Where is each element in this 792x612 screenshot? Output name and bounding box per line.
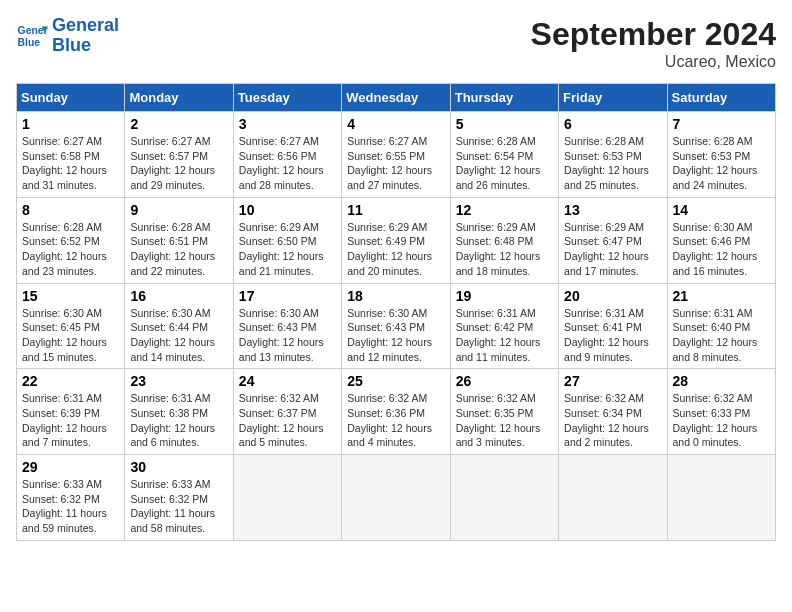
table-row: 25Sunrise: 6:32 AM Sunset: 6:36 PM Dayli… xyxy=(342,369,450,455)
day-info: Sunrise: 6:29 AM Sunset: 6:50 PM Dayligh… xyxy=(239,220,336,279)
table-row: 17Sunrise: 6:30 AM Sunset: 6:43 PM Dayli… xyxy=(233,283,341,369)
day-info: Sunrise: 6:29 AM Sunset: 6:49 PM Dayligh… xyxy=(347,220,444,279)
day-info: Sunrise: 6:27 AM Sunset: 6:57 PM Dayligh… xyxy=(130,134,227,193)
day-number: 20 xyxy=(564,288,661,304)
svg-text:Blue: Blue xyxy=(18,36,41,47)
col-tuesday: Tuesday xyxy=(233,84,341,112)
calendar-header-row: Sunday Monday Tuesday Wednesday Thursday… xyxy=(17,84,776,112)
table-row: 7Sunrise: 6:28 AM Sunset: 6:53 PM Daylig… xyxy=(667,112,775,198)
table-row: 2Sunrise: 6:27 AM Sunset: 6:57 PM Daylig… xyxy=(125,112,233,198)
table-row: 21Sunrise: 6:31 AM Sunset: 6:40 PM Dayli… xyxy=(667,283,775,369)
day-info: Sunrise: 6:30 AM Sunset: 6:43 PM Dayligh… xyxy=(347,306,444,365)
table-row: 19Sunrise: 6:31 AM Sunset: 6:42 PM Dayli… xyxy=(450,283,558,369)
day-info: Sunrise: 6:27 AM Sunset: 6:56 PM Dayligh… xyxy=(239,134,336,193)
day-number: 11 xyxy=(347,202,444,218)
day-info: Sunrise: 6:30 AM Sunset: 6:45 PM Dayligh… xyxy=(22,306,119,365)
day-info: Sunrise: 6:31 AM Sunset: 6:39 PM Dayligh… xyxy=(22,391,119,450)
day-number: 15 xyxy=(22,288,119,304)
table-row: 9Sunrise: 6:28 AM Sunset: 6:51 PM Daylig… xyxy=(125,197,233,283)
day-info: Sunrise: 6:31 AM Sunset: 6:41 PM Dayligh… xyxy=(564,306,661,365)
day-info: Sunrise: 6:33 AM Sunset: 6:32 PM Dayligh… xyxy=(130,477,227,536)
title-block: September 2024 Ucareo, Mexico xyxy=(531,16,776,71)
table-row: 4Sunrise: 6:27 AM Sunset: 6:55 PM Daylig… xyxy=(342,112,450,198)
table-row xyxy=(559,455,667,541)
table-row xyxy=(342,455,450,541)
day-info: Sunrise: 6:32 AM Sunset: 6:35 PM Dayligh… xyxy=(456,391,553,450)
day-number: 23 xyxy=(130,373,227,389)
table-row: 8Sunrise: 6:28 AM Sunset: 6:52 PM Daylig… xyxy=(17,197,125,283)
day-number: 2 xyxy=(130,116,227,132)
day-info: Sunrise: 6:28 AM Sunset: 6:53 PM Dayligh… xyxy=(564,134,661,193)
col-thursday: Thursday xyxy=(450,84,558,112)
day-number: 17 xyxy=(239,288,336,304)
table-row: 10Sunrise: 6:29 AM Sunset: 6:50 PM Dayli… xyxy=(233,197,341,283)
day-number: 27 xyxy=(564,373,661,389)
day-info: Sunrise: 6:30 AM Sunset: 6:46 PM Dayligh… xyxy=(673,220,770,279)
day-number: 22 xyxy=(22,373,119,389)
page-header: General Blue General Blue September 2024… xyxy=(16,16,776,71)
table-row: 22Sunrise: 6:31 AM Sunset: 6:39 PM Dayli… xyxy=(17,369,125,455)
day-info: Sunrise: 6:32 AM Sunset: 6:37 PM Dayligh… xyxy=(239,391,336,450)
col-sunday: Sunday xyxy=(17,84,125,112)
day-number: 8 xyxy=(22,202,119,218)
logo-text-line1: General xyxy=(52,16,119,36)
table-row: 1Sunrise: 6:27 AM Sunset: 6:58 PM Daylig… xyxy=(17,112,125,198)
col-friday: Friday xyxy=(559,84,667,112)
day-info: Sunrise: 6:32 AM Sunset: 6:33 PM Dayligh… xyxy=(673,391,770,450)
day-info: Sunrise: 6:32 AM Sunset: 6:36 PM Dayligh… xyxy=(347,391,444,450)
day-info: Sunrise: 6:30 AM Sunset: 6:43 PM Dayligh… xyxy=(239,306,336,365)
day-info: Sunrise: 6:28 AM Sunset: 6:54 PM Dayligh… xyxy=(456,134,553,193)
day-number: 24 xyxy=(239,373,336,389)
table-row xyxy=(667,455,775,541)
table-row: 11Sunrise: 6:29 AM Sunset: 6:49 PM Dayli… xyxy=(342,197,450,283)
calendar-week-row: 22Sunrise: 6:31 AM Sunset: 6:39 PM Dayli… xyxy=(17,369,776,455)
calendar-header: Sunday Monday Tuesday Wednesday Thursday… xyxy=(17,84,776,112)
calendar-body: 1Sunrise: 6:27 AM Sunset: 6:58 PM Daylig… xyxy=(17,112,776,541)
day-info: Sunrise: 6:33 AM Sunset: 6:32 PM Dayligh… xyxy=(22,477,119,536)
day-number: 21 xyxy=(673,288,770,304)
day-info: Sunrise: 6:28 AM Sunset: 6:53 PM Dayligh… xyxy=(673,134,770,193)
day-info: Sunrise: 6:29 AM Sunset: 6:47 PM Dayligh… xyxy=(564,220,661,279)
day-number: 25 xyxy=(347,373,444,389)
day-info: Sunrise: 6:30 AM Sunset: 6:44 PM Dayligh… xyxy=(130,306,227,365)
table-row: 26Sunrise: 6:32 AM Sunset: 6:35 PM Dayli… xyxy=(450,369,558,455)
page-subtitle: Ucareo, Mexico xyxy=(531,53,776,71)
logo-icon: General Blue xyxy=(16,20,48,52)
table-row: 23Sunrise: 6:31 AM Sunset: 6:38 PM Dayli… xyxy=(125,369,233,455)
col-wednesday: Wednesday xyxy=(342,84,450,112)
day-number: 1 xyxy=(22,116,119,132)
day-number: 30 xyxy=(130,459,227,475)
day-number: 16 xyxy=(130,288,227,304)
day-number: 13 xyxy=(564,202,661,218)
table-row xyxy=(233,455,341,541)
day-info: Sunrise: 6:32 AM Sunset: 6:34 PM Dayligh… xyxy=(564,391,661,450)
table-row: 16Sunrise: 6:30 AM Sunset: 6:44 PM Dayli… xyxy=(125,283,233,369)
table-row: 18Sunrise: 6:30 AM Sunset: 6:43 PM Dayli… xyxy=(342,283,450,369)
calendar-week-row: 29Sunrise: 6:33 AM Sunset: 6:32 PM Dayli… xyxy=(17,455,776,541)
day-info: Sunrise: 6:28 AM Sunset: 6:52 PM Dayligh… xyxy=(22,220,119,279)
calendar-week-row: 8Sunrise: 6:28 AM Sunset: 6:52 PM Daylig… xyxy=(17,197,776,283)
logo-text-line2: Blue xyxy=(52,36,119,56)
day-number: 26 xyxy=(456,373,553,389)
day-number: 7 xyxy=(673,116,770,132)
day-number: 18 xyxy=(347,288,444,304)
logo: General Blue General Blue xyxy=(16,16,119,56)
day-info: Sunrise: 6:27 AM Sunset: 6:55 PM Dayligh… xyxy=(347,134,444,193)
col-monday: Monday xyxy=(125,84,233,112)
calendar-week-row: 15Sunrise: 6:30 AM Sunset: 6:45 PM Dayli… xyxy=(17,283,776,369)
table-row: 28Sunrise: 6:32 AM Sunset: 6:33 PM Dayli… xyxy=(667,369,775,455)
table-row: 27Sunrise: 6:32 AM Sunset: 6:34 PM Dayli… xyxy=(559,369,667,455)
day-number: 28 xyxy=(673,373,770,389)
day-number: 5 xyxy=(456,116,553,132)
page-title: September 2024 xyxy=(531,16,776,53)
table-row: 14Sunrise: 6:30 AM Sunset: 6:46 PM Dayli… xyxy=(667,197,775,283)
table-row: 29Sunrise: 6:33 AM Sunset: 6:32 PM Dayli… xyxy=(17,455,125,541)
day-number: 4 xyxy=(347,116,444,132)
table-row: 6Sunrise: 6:28 AM Sunset: 6:53 PM Daylig… xyxy=(559,112,667,198)
table-row: 12Sunrise: 6:29 AM Sunset: 6:48 PM Dayli… xyxy=(450,197,558,283)
day-number: 19 xyxy=(456,288,553,304)
table-row: 3Sunrise: 6:27 AM Sunset: 6:56 PM Daylig… xyxy=(233,112,341,198)
day-number: 9 xyxy=(130,202,227,218)
day-info: Sunrise: 6:27 AM Sunset: 6:58 PM Dayligh… xyxy=(22,134,119,193)
day-number: 10 xyxy=(239,202,336,218)
